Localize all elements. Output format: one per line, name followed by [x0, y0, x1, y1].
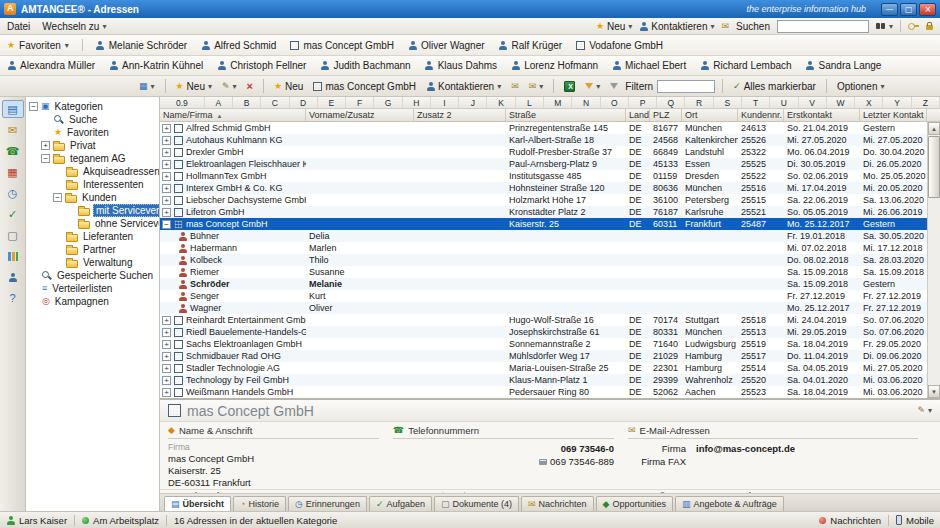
alphabet-b[interactable]: B — [233, 97, 261, 108]
alphabet-i[interactable]: I — [431, 97, 459, 108]
favorites-menu[interactable]: Favoriten — [7, 40, 69, 51]
tab-nachrichten[interactable]: ✉Nachrichten — [521, 496, 594, 511]
table-row-technology-by-feil-gmbh[interactable]: +Technology by Feil GmbHKlaus-Mann-Platz… — [160, 374, 940, 386]
alphabet-w[interactable]: W — [827, 97, 855, 108]
filter-input[interactable] — [657, 80, 715, 93]
tree-item-verteilerlisten[interactable]: ≡Verteilerlisten — [26, 282, 159, 295]
table-row-lifetron-gmbh[interactable]: +Lifetron GmbHKronstädter Platz 2DE76187… — [160, 206, 940, 218]
expander-icon[interactable]: + — [162, 148, 171, 157]
tree-item-ohne-servicevertrag[interactable]: ohne Servicevertrag — [26, 217, 159, 230]
favorite-alexandra-m-ller[interactable]: Alexandra Müller — [7, 60, 95, 71]
table-row-sachs-elektroanlagen-gmbh[interactable]: +Sachs Elektroanlagen GmbHSonnemannstraß… — [160, 338, 940, 350]
table-row-liebscher-dachsysteme-gmbh[interactable]: +Liebscher Dachsysteme GmbHHolzmarkt Höh… — [160, 194, 940, 206]
table-row-reinhardt-entertainment-gmbh[interactable]: +Reinhardt Entertainment GmbHHugo-Wolf-S… — [160, 314, 940, 326]
favorite-michael-ebert[interactable]: Michael Ebert — [612, 60, 686, 71]
alphabet-g[interactable]: G — [374, 97, 402, 108]
new-contact-button[interactable]: Neu — [271, 80, 306, 93]
tree-item-kategorien[interactable]: −▣Kategorien — [26, 100, 159, 113]
table-row-kolbeck[interactable]: KolbeckThiloDo. 08.02.2018Sa. 28.03.2020 — [160, 254, 940, 266]
phone-number[interactable]: 069 73546-0 — [393, 442, 628, 455]
alphabet-q[interactable]: Q — [657, 97, 685, 108]
tree-item-privat[interactable]: +Privat — [26, 139, 159, 152]
email-address[interactable]: info@mas-concept.de — [696, 442, 795, 455]
tab-aufgaben[interactable]: ✓Aufgaben — [369, 496, 432, 511]
tab-opportunities[interactable]: ◆Opportunities — [596, 496, 673, 511]
table-row-autohaus-kuhlmann-kg[interactable]: +Autohaus Kuhlmann KGKarl-Albert-Straße … — [160, 134, 940, 146]
alphabet-0-9[interactable]: 0.9 — [160, 97, 205, 108]
expander-icon[interactable]: + — [41, 141, 50, 150]
table-row-wei-mann-handels-gmbh[interactable]: +Weißmann Handels GmbHPedersauer Ring 80… — [160, 386, 940, 398]
send-letter-button[interactable] — [526, 81, 547, 92]
favorite-judith-bachmann[interactable]: Judith Bachmann — [320, 60, 410, 71]
table-row-wagner[interactable]: WagnerOliverMo. 25.12.2017Fr. 27.12.2019 — [160, 302, 940, 314]
table-row-alfred-schmid-gmbh[interactable]: +Alfred Schmid GmbHPrinzregentenstraße 1… — [160, 122, 940, 134]
expander-icon[interactable]: − — [162, 220, 171, 229]
expander-icon[interactable]: − — [53, 193, 62, 202]
tree-item-suche[interactable]: Suche — [26, 113, 159, 126]
scroll-down-button[interactable] — [928, 385, 940, 398]
aufgaben-icon[interactable]: ✓ — [2, 205, 24, 223]
alphabet-k[interactable]: K — [487, 97, 515, 108]
lock-button[interactable] — [926, 22, 933, 30]
alphabet-n[interactable]: N — [572, 97, 600, 108]
favorite-melanie-schr-der[interactable]: Melanie Schröder — [96, 40, 187, 51]
alphabet-u[interactable]: U — [770, 97, 798, 108]
statistiken-icon[interactable] — [2, 247, 24, 265]
expander-icon[interactable]: + — [162, 196, 171, 205]
column-header-ort[interactable]: Ort — [682, 109, 738, 121]
fax-number[interactable]: 069 73546-889 — [550, 456, 614, 467]
alphabet-x[interactable]: X — [855, 97, 883, 108]
table-row-interex-gmbh-co-kg[interactable]: +Interex GmbH & Co. KGHohnsteiner Straße… — [160, 182, 940, 194]
favorite-klaus-dahms[interactable]: Klaus Dahms — [425, 60, 497, 71]
alphabet-v[interactable]: V — [799, 97, 827, 108]
optionen-button[interactable]: Optionen — [834, 80, 888, 93]
column-header-vorname-zusatz[interactable]: Vorname/Zusatz — [306, 109, 414, 121]
column-header-erstkontakt[interactable]: Erstkontakt — [784, 109, 860, 121]
table-row-riedl-bauelemente-handels-gmbh[interactable]: +Riedl Bauelemente-Handels-GmbHJosephski… — [160, 326, 940, 338]
table-row-elektroanlagen-fleischhauer-kg[interactable]: +Elektroanlagen Fleischhauer KGPaul-Arns… — [160, 158, 940, 170]
tab-erinnerungen[interactable]: ◷Erinnerungen — [288, 496, 367, 511]
favorite-mas-concept-gmbh[interactable]: mas Concept GmbH — [290, 40, 394, 51]
expander-icon[interactable]: + — [162, 364, 171, 373]
favorite-lorenz-hofmann[interactable]: Lorenz Hofmann — [511, 60, 598, 71]
expander-icon[interactable]: + — [162, 376, 171, 385]
hilfe-icon[interactable]: ? — [2, 289, 24, 307]
alphabet-r[interactable]: R — [685, 97, 713, 108]
layout-button[interactable] — [136, 81, 158, 92]
delete-address-button[interactable] — [244, 80, 256, 93]
expander-icon[interactable]: + — [162, 172, 171, 181]
column-header-land[interactable]: Land — [626, 109, 650, 121]
statusbar-mobile[interactable]: Mobile — [896, 515, 934, 526]
table-row-stadler-technologie-ag[interactable]: +Stadler Technologie AGMaria-Louisen-Str… — [160, 362, 940, 374]
telefonie-icon[interactable]: ☎ — [2, 142, 24, 160]
favorite-alfred-schmid[interactable]: Alfred Schmid — [201, 40, 276, 51]
expander-icon[interactable]: + — [162, 124, 171, 133]
expander-icon[interactable]: + — [162, 184, 171, 193]
favorite-oliver-wagner[interactable]: Oliver Wagner — [408, 40, 485, 51]
table-row-b-hner[interactable]: BühnerDeliaFr. 19.01.2018Sa. 30.05.2020 — [160, 230, 940, 242]
new-address-button[interactable]: Neu — [173, 80, 215, 93]
alphabet-s[interactable]: S — [714, 97, 742, 108]
statusbar-presence[interactable]: Am Arbeitsplatz — [82, 515, 159, 526]
table-row-hollmanntex-gmbh[interactable]: +HollmannTex GmbHInstitutsgasse 485DE011… — [160, 170, 940, 182]
table-row-schmidbauer-rad-ohg[interactable]: +Schmidbauer Rad OHGMühlsdörfer Weg 17DE… — [160, 350, 940, 362]
column-header-plz[interactable]: PLZ — [650, 109, 682, 121]
menubar-new-button[interactable]: Neu — [596, 21, 632, 32]
table-row-schr-der[interactable]: SchröderMelanieSa. 15.09.2018Gestern — [160, 278, 940, 290]
chevron-down-icon[interactable] — [928, 406, 932, 415]
tab-angebote-auftr-ge[interactable]: ▥Angebote & Aufträge — [675, 496, 784, 511]
kontaktieren-button[interactable]: Kontaktieren — [423, 80, 504, 93]
expander-icon[interactable]: + — [162, 328, 171, 337]
alphabet-t[interactable]: T — [742, 97, 770, 108]
tree-item-partner[interactable]: Partner — [26, 243, 159, 256]
tab-historie[interactable]: ◔Historie — [233, 496, 286, 511]
alphabet-y[interactable]: Y — [883, 97, 911, 108]
menubar-mail-button[interactable] — [722, 22, 730, 31]
favorite-christoph-fellner[interactable]: Christoph Fellner — [217, 60, 306, 71]
table-row-drexler-gmbh[interactable]: +Drexler GmbHRudolf-Presber-Straße 37DE6… — [160, 146, 940, 158]
edit-tags-icon[interactable] — [917, 406, 925, 415]
tree-item-interessenten[interactable]: Interessenten — [26, 178, 159, 191]
tree-item-verwaltung[interactable]: Verwaltung — [26, 256, 159, 269]
favorite-ann-katrin-k-hnel[interactable]: Ann-Katrin Kühnel — [109, 60, 203, 71]
statusbar-nachrichten[interactable]: Nachrichten — [819, 515, 881, 526]
